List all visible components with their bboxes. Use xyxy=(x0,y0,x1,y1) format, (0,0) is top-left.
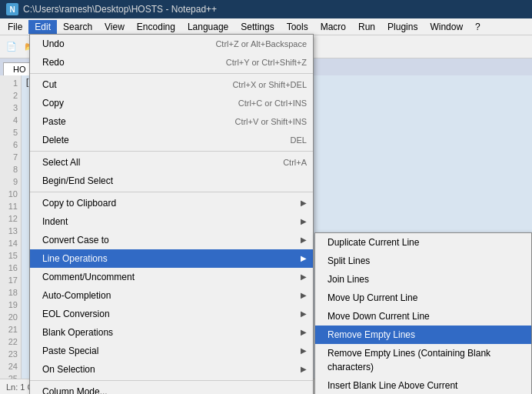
menu-settings[interactable]: Settings xyxy=(234,20,280,34)
menu-on-selection[interactable]: On Selection ▶ xyxy=(30,360,313,379)
menu-run[interactable]: Run xyxy=(352,20,381,34)
menu-search[interactable]: Search xyxy=(57,20,98,34)
arrow-copy-clipboard: ▶ xyxy=(301,196,307,210)
menu-edit[interactable]: Edit xyxy=(28,20,57,34)
window-title: C:\Users\ramesh\Desktop\HOSTS - Notepad+… xyxy=(23,4,217,15)
menu-tools[interactable]: Tools xyxy=(281,20,314,34)
arrow-comment: ▶ xyxy=(301,270,307,284)
line-ops-remove-empty[interactable]: Remove Empty Lines xyxy=(315,326,531,344)
menu-cut[interactable]: Cut Ctrl+X or Shift+DEL xyxy=(30,75,313,94)
arrow-auto-complete: ▶ xyxy=(301,289,307,302)
line-ops-split[interactable]: Split Lines xyxy=(315,252,531,270)
line-ops-insert-above[interactable]: Insert Blank Line Above Current xyxy=(315,376,531,394)
menu-column-mode[interactable]: Column Mode... xyxy=(30,382,313,394)
menu-comment-uncomment[interactable]: Comment/Uncomment ▶ xyxy=(30,268,313,286)
menu-blank-ops[interactable]: Blank Operations ▶ xyxy=(30,323,313,342)
menu-auto-completion[interactable]: Auto-Completion ▶ xyxy=(30,286,313,305)
menu-paste-special[interactable]: Paste Special ▶ xyxy=(30,342,313,360)
edit-menu[interactable]: Undo Ctrl+Z or Alt+Backspace Redo Ctrl+Y… xyxy=(29,34,314,394)
arrow-convert-case: ▶ xyxy=(301,233,307,247)
menu-encoding[interactable]: Encoding xyxy=(131,20,181,34)
menu-indent[interactable]: Indent ▶ xyxy=(30,212,313,231)
arrow-eol: ▶ xyxy=(301,307,307,321)
sep-2 xyxy=(30,151,313,152)
menu-plugins[interactable]: Plugins xyxy=(381,20,424,34)
arrow-indent: ▶ xyxy=(301,215,307,229)
menu-redo[interactable]: Redo Ctrl+Y or Ctrl+Shift+Z xyxy=(30,53,313,72)
line-ops-move-down[interactable]: Move Down Current Line xyxy=(315,307,531,326)
menu-delete[interactable]: Delete DEL xyxy=(30,131,313,149)
menu-begin-end-select[interactable]: Begin/End Select xyxy=(30,172,313,190)
line-ops-submenu[interactable]: Duplicate Current Line Split Lines Join … xyxy=(314,232,532,394)
title-bar: N C:\Users\ramesh\Desktop\HOSTS - Notepa… xyxy=(0,0,532,18)
menu-view[interactable]: View xyxy=(98,20,131,34)
app-icon: N xyxy=(6,3,18,15)
sep-3 xyxy=(30,192,313,192)
arrow-blank-ops: ▶ xyxy=(301,326,307,339)
menu-window[interactable]: Window xyxy=(424,20,469,34)
menu-select-all[interactable]: Select All Ctrl+A xyxy=(30,153,313,172)
menu-copy[interactable]: Copy Ctrl+C or Ctrl+INS xyxy=(30,94,313,112)
sep-1 xyxy=(30,73,313,74)
menu-macro[interactable]: Macro xyxy=(314,20,352,34)
menu-convert-case[interactable]: Convert Case to ▶ xyxy=(30,231,313,249)
arrow-line-ops: ▶ xyxy=(301,252,307,265)
arrow-on-selection: ▶ xyxy=(301,362,307,376)
menu-help[interactable]: ? xyxy=(469,20,487,34)
menu-undo[interactable]: Undo Ctrl+Z or Alt+Backspace xyxy=(30,35,313,53)
arrow-paste-special: ▶ xyxy=(301,344,307,358)
menu-file[interactable]: File xyxy=(2,20,28,34)
menu-line-operations[interactable]: Line Operations ▶ xyxy=(30,249,313,268)
menu-copy-clipboard[interactable]: Copy to Clipboard ▶ xyxy=(30,194,313,212)
menu-bar: File Edit Search View Encoding Language … xyxy=(0,18,532,35)
toolbar-new[interactable]: 📄 xyxy=(3,38,20,55)
menu-paste[interactable]: Paste Ctrl+V or Shift+INS xyxy=(30,112,313,131)
line-ops-move-up[interactable]: Move Up Current Line xyxy=(315,289,531,307)
menu-language[interactable]: Language xyxy=(181,20,234,34)
menu-eol-conversion[interactable]: EOL Conversion ▶ xyxy=(30,305,313,323)
line-ops-join[interactable]: Join Lines xyxy=(315,270,531,289)
line-ops-duplicate[interactable]: Duplicate Current Line xyxy=(315,233,531,252)
line-numbers: 12345 678910 1112131415 1617181920 21222… xyxy=(0,75,22,394)
sep-4 xyxy=(30,380,313,381)
line-ops-remove-empty-blank[interactable]: Remove Empty Lines (Containing Blank cha… xyxy=(315,344,531,376)
